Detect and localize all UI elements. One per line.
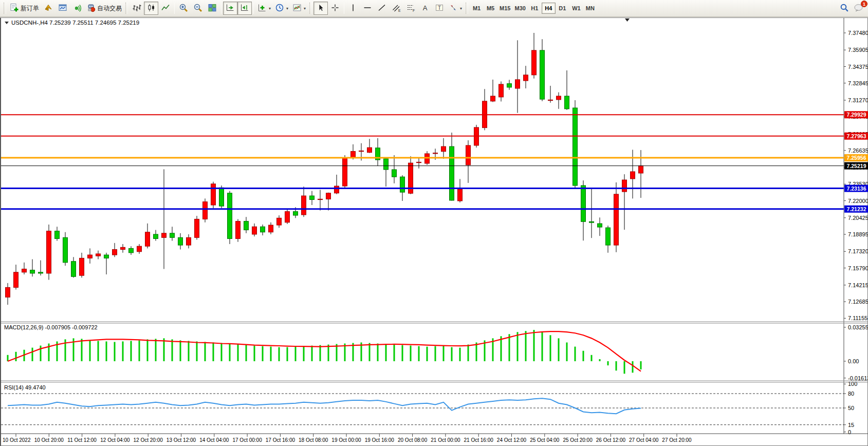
vertical-line-button[interactable] [346, 2, 360, 15]
tile-windows-icon [208, 3, 217, 14]
svg-text:7.14215: 7.14215 [848, 282, 868, 288]
new-order-button[interactable]: 新订单 [8, 2, 41, 15]
vertical-line-icon [348, 3, 358, 14]
templates-button[interactable]: ▾ [290, 2, 308, 15]
arrows-icon [449, 3, 458, 14]
autotrading-label: 自动交易 [97, 4, 122, 13]
mt4-terminal: 新订单 自动交易 [0, 0, 868, 446]
auto-scroll-button[interactable] [223, 2, 237, 15]
tab-m5[interactable]: M5 [484, 3, 497, 14]
candle [162, 233, 167, 237]
candle [441, 146, 446, 152]
svg-text:T: T [438, 5, 441, 10]
candle [326, 193, 331, 199]
candle [450, 146, 454, 200]
candle [400, 177, 405, 192]
cursor-button[interactable] [313, 2, 328, 15]
chart-title: USDCNH-,H4 7.25239 7.25511 7.24695 7.252… [5, 18, 630, 26]
tab-h1[interactable]: H1 [528, 3, 542, 14]
auto-scroll-icon [226, 3, 235, 14]
search-icon [840, 3, 849, 14]
tab-m15[interactable]: M15 [497, 3, 512, 14]
toolbar-grip[interactable] [4, 3, 6, 14]
candle [195, 219, 199, 237]
tab-m1[interactable]: M1 [470, 3, 484, 14]
candle [236, 221, 241, 239]
line-chart-button[interactable] [158, 2, 173, 15]
toolbar-grip[interactable] [466, 3, 468, 14]
svg-text:27 Oct 20:00: 27 Oct 20:00 [662, 437, 692, 443]
svg-text:10 Oct 2022: 10 Oct 2022 [3, 437, 31, 443]
candle [96, 254, 101, 256]
svg-text:7.34375: 7.34375 [848, 64, 868, 70]
tab-h4[interactable]: H4 [542, 3, 556, 14]
tab-mn[interactable]: MN [583, 3, 597, 14]
candle [491, 96, 495, 101]
signals-button[interactable] [70, 2, 84, 15]
chevron-down-icon: ▾ [460, 6, 462, 11]
metaquotes-button[interactable] [41, 2, 56, 15]
candle [113, 250, 117, 255]
svg-text:50: 50 [848, 405, 854, 411]
chart-window-button[interactable] [56, 2, 70, 15]
svg-text:E: E [398, 8, 401, 12]
rsi-panel: RSI(14) 49.4740 [4, 384, 641, 414]
text-icon: A [420, 3, 430, 14]
svg-text:11 Oct 12:00: 11 Oct 12:00 [67, 437, 97, 443]
candle [622, 180, 627, 192]
arrows-button[interactable]: ▾ [447, 2, 464, 15]
tab-m30[interactable]: M30 [512, 3, 527, 14]
equidistant-channel-button[interactable]: E [389, 2, 403, 15]
periods-button[interactable]: ▾ [273, 2, 290, 15]
candle [589, 221, 594, 222]
svg-text:19 Oct 00:00: 19 Oct 00:00 [331, 437, 361, 443]
fibonacci-button[interactable]: F [403, 2, 418, 15]
svg-text:25 Oct 20:00: 25 Oct 20:00 [563, 437, 593, 443]
text-label-button[interactable]: T [432, 2, 447, 15]
bar-chart-icon [132, 3, 141, 14]
trend-line-button[interactable] [375, 2, 389, 15]
candle [573, 108, 578, 185]
axes: 7.374807.359057.343757.328457.312707.297… [1, 18, 868, 435]
zoom-out-button[interactable] [191, 2, 205, 15]
toolbar-grip[interactable] [309, 3, 312, 14]
svg-text:12 Oct 04:00: 12 Oct 04:00 [100, 437, 130, 443]
candle [80, 258, 84, 275]
svg-text:7.20425: 7.20425 [848, 215, 868, 221]
candlestick-chart-button[interactable] [144, 2, 158, 15]
svg-text:21 Oct 00:00: 21 Oct 00:00 [431, 437, 460, 443]
candle [384, 159, 389, 170]
svg-text:26 Oct 12:00: 26 Oct 12:00 [596, 437, 626, 443]
tab-w1[interactable]: W1 [569, 3, 583, 14]
candle [63, 237, 68, 263]
svg-text:7.29929: 7.29929 [847, 112, 866, 118]
notifications-button[interactable]: 1 [852, 2, 866, 15]
text-button[interactable]: A [418, 2, 432, 15]
svg-text:7.15790: 7.15790 [848, 265, 868, 271]
candle [524, 75, 528, 81]
candle [22, 269, 27, 272]
horizontal-line-icon [363, 3, 372, 14]
cursor-icon [316, 3, 325, 14]
chart-shift-button[interactable] [237, 2, 252, 15]
svg-text:7.11155: 7.11155 [848, 315, 867, 321]
candle [71, 262, 76, 277]
bar-chart-button[interactable] [130, 2, 144, 15]
candle [121, 247, 125, 249]
crosshair-button[interactable] [328, 2, 342, 15]
candle [244, 221, 249, 230]
candle [39, 272, 43, 273]
horizontal-line-button[interactable] [360, 2, 375, 15]
toolbar-separator [344, 3, 344, 14]
add-indicator-button[interactable]: ▾ [255, 2, 273, 15]
tab-d1[interactable]: D1 [556, 3, 569, 14]
search-button[interactable] [837, 2, 852, 15]
candle [515, 80, 520, 88]
candle [14, 272, 19, 288]
price-chart-canvas[interactable]: 7.374807.359057.343757.328457.312707.297… [1, 18, 868, 445]
toolbar-separator [221, 3, 221, 14]
tile-windows-button[interactable] [205, 2, 219, 15]
autotrading-button[interactable]: 自动交易 [84, 2, 124, 15]
toolbar-grip[interactable] [125, 3, 128, 14]
zoom-in-button[interactable] [176, 2, 191, 15]
